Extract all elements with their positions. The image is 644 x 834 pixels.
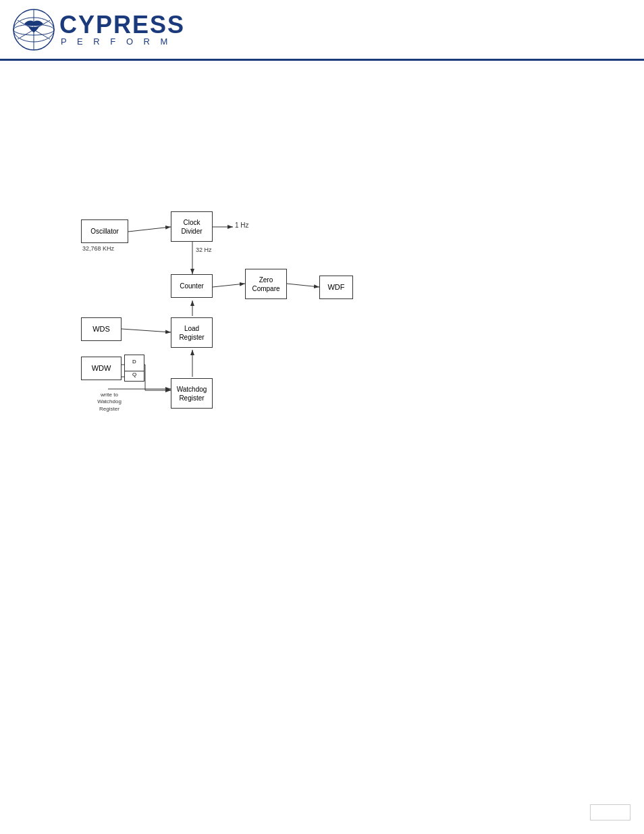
cypress-logo-icon [11,7,57,53]
load-register-block: LoadRegister [171,317,213,348]
block-diagram: Oscillator 32,768 KHz ClockDivider 1 Hz … [41,101,392,425]
freq-32hz-label: 32 Hz [196,246,212,253]
d-flipflop-symbol: D Q [124,355,144,382]
logo-area: CYPRESS P E R F O R M [11,7,185,53]
footer-area [590,804,630,820]
svg-line-6 [128,227,171,232]
freq-32khz-label: 32,768 KHz [82,245,114,252]
brand-name: CYPRESS [59,13,185,37]
zero-compare-block: ZeroCompare [245,269,287,299]
watchdog-register-block: WatchdogRegister [171,378,213,409]
oscillator-block: Oscillator [81,219,128,243]
svg-line-10 [287,284,319,287]
wds-block: WDS [81,317,122,341]
footer-box [590,804,630,820]
clock-divider-block: ClockDivider [171,211,213,242]
svg-line-9 [213,284,245,287]
brand-tagline: P E R F O R M [61,37,185,46]
freq-1hz-label: 1 Hz [235,221,249,229]
write-watchdog-label: write toWatchdogRegister [82,392,136,413]
counter-block: Counter [171,274,213,298]
wdw-block: WDW [81,357,122,380]
page-header: CYPRESS P E R F O R M [0,0,644,61]
diagram-area: Oscillator 32,768 KHz ClockDivider 1 Hz … [0,61,644,452]
wdf-block: WDF [319,276,353,299]
svg-line-12 [122,329,171,332]
wdw-area: WDW D Q [81,355,144,382]
logo-text: CYPRESS P E R F O R M [59,13,185,46]
